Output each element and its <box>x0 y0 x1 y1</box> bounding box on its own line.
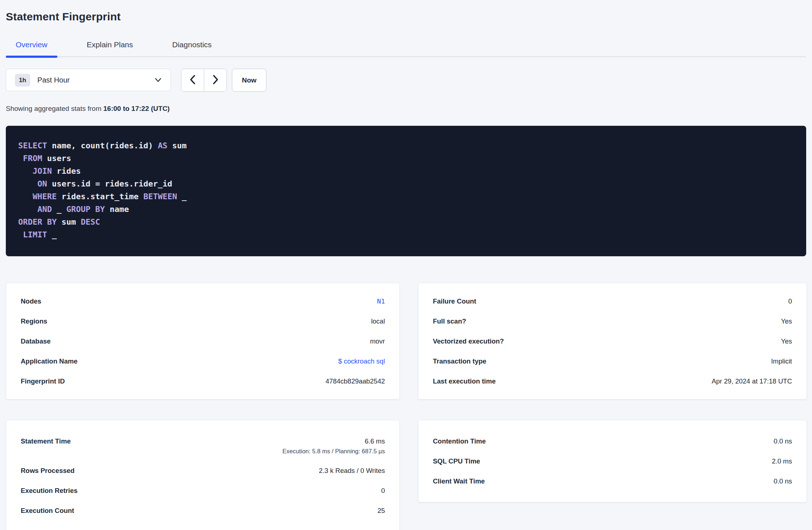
sql-keyword: ON <box>37 179 47 188</box>
card-row: Failure Count0 <box>433 291 792 311</box>
row-label: Client Wait Time <box>433 476 485 486</box>
row-value: 6.6 ms <box>365 437 385 445</box>
row-label: Contention Time <box>433 436 486 446</box>
sql-line: FROM users <box>18 152 794 165</box>
timing-stats-card: Contention Time0.0 nsSQL CPU Time2.0 msC… <box>418 420 807 502</box>
time-range-dropdown[interactable]: 1h Past Hour <box>6 69 171 91</box>
row-value: 25 <box>377 507 385 514</box>
row-value: 0.0 ns <box>774 477 792 485</box>
row-value: 4784cb829aab2542 <box>325 377 385 385</box>
sql-keyword: JOIN <box>33 166 52 176</box>
row-label: Application Name <box>21 356 77 366</box>
row-value: Implicit <box>771 357 792 365</box>
sql-statement-box: SELECT name, count(rides.id) AS sum FROM… <box>6 126 806 256</box>
tab-overview[interactable]: Overview <box>6 33 57 56</box>
row-value-link[interactable]: $ cockroach sql <box>338 357 385 365</box>
sql-line: SELECT name, count(rides.id) AS sum <box>18 139 794 152</box>
statement-stats-card: Statement Time6.6 msExecution: 5.8 ms / … <box>6 420 400 530</box>
time-nav-group <box>181 69 227 92</box>
sql-keyword: SELECT <box>18 141 47 150</box>
row-label: Last execution time <box>433 376 496 386</box>
card-row: Fingerprint ID4784cb829aab2542 <box>21 371 385 391</box>
card-row: NodesN1 <box>21 291 385 311</box>
card-row: Statement Time6.6 msExecution: 5.8 ms / … <box>21 431 385 461</box>
card-row: Execution Retries0 <box>21 481 385 501</box>
card-row: Contention Time0.0 ns <box>433 431 792 451</box>
summary-cards: NodesN1RegionslocalDatabasemovrApplicati… <box>6 283 806 530</box>
stats-caption: Showing aggregated stats from 16:00 to 1… <box>6 104 806 113</box>
sql-line: AND _ GROUP BY name <box>18 203 794 216</box>
row-label: Nodes <box>21 296 41 306</box>
page-title: Statement Fingerprint <box>6 10 806 23</box>
sql-line: WHERE rides.start_time BETWEEN _ <box>18 190 794 203</box>
sql-line: LIMIT _ <box>18 228 794 241</box>
row-value: Apr 29, 2024 at 17:18 UTC <box>712 377 792 385</box>
row-value: local <box>371 317 385 325</box>
card-row: Vectorized execution?Yes <box>433 331 792 351</box>
now-button[interactable]: Now <box>232 69 266 92</box>
sql-keyword: AND <box>37 205 52 214</box>
sql-keyword: WHERE <box>33 192 57 201</box>
row-label: Statement Time <box>21 436 71 446</box>
row-label: Rows Processed <box>21 466 75 476</box>
row-value: Yes <box>781 317 792 325</box>
row-label: Failure Count <box>433 296 476 306</box>
card-row: Last execution timeApr 29, 2024 at 17:18… <box>433 371 792 391</box>
tab-bar: OverviewExplain PlansDiagnostics <box>6 33 806 57</box>
tab-diagnostics[interactable]: Diagnostics <box>162 33 222 56</box>
prev-interval-button[interactable] <box>181 69 204 91</box>
card-row: Regionslocal <box>21 311 385 331</box>
sql-keyword: AS <box>158 141 168 150</box>
row-subvalue: Execution: 5.8 ms / Planning: 687.5 µs <box>282 446 385 456</box>
chevron-right-icon <box>212 75 219 86</box>
row-label: Transaction type <box>433 356 486 366</box>
card-row: Execution Count25 <box>21 501 385 521</box>
sql-line: ORDER BY sum DESC <box>18 216 794 228</box>
card-row: Application Name$ cockroach sql <box>21 351 385 371</box>
chevron-left-icon <box>189 75 196 86</box>
row-label: Execution Count <box>21 506 74 516</box>
tab-explain-plans[interactable]: Explain Plans <box>77 33 143 56</box>
next-interval-button[interactable] <box>204 69 226 91</box>
statement-details-card: NodesN1RegionslocalDatabasemovrApplicati… <box>6 283 400 399</box>
card-row: Client Wait Time0.0 ns <box>433 471 792 491</box>
sql-keyword: ORDER BY <box>18 217 57 226</box>
row-label: Execution Retries <box>21 486 77 496</box>
row-label: Fingerprint ID <box>21 376 65 386</box>
sql-keyword: LIMIT <box>23 230 47 239</box>
card-row: Transaction typeImplicit <box>433 351 792 371</box>
stats-caption-prefix: Showing aggregated stats from <box>6 105 103 112</box>
sql-keyword: DESC <box>81 217 100 226</box>
row-label: Regions <box>21 316 47 326</box>
time-range-label: Past Hour <box>37 76 154 84</box>
sql-keyword: BETWEEN <box>143 192 177 201</box>
sql-keyword: GROUP BY <box>66 205 105 214</box>
row-value: movr <box>370 337 385 345</box>
execution-attributes-card: Failure Count0Full scan?YesVectorized ex… <box>418 283 807 399</box>
card-row: Full scan?Yes <box>433 311 792 331</box>
card-row: SQL CPU Time2.0 ms <box>433 451 792 471</box>
row-value: 2.0 ms <box>772 457 792 465</box>
row-label: Vectorized execution? <box>433 336 504 346</box>
row-label: Full scan? <box>433 316 466 326</box>
row-value: 0 <box>788 297 792 305</box>
time-range-badge: 1h <box>15 74 30 87</box>
sql-line: ON users.id = rides.rider_id <box>18 177 794 190</box>
row-value: 0 <box>381 487 385 494</box>
chevron-down-icon <box>154 77 162 83</box>
row-value: 2.3 k Reads / 0 Writes <box>319 467 385 474</box>
time-picker-row: 1h Past Hour Now <box>6 69 806 91</box>
row-label: Database <box>21 336 51 346</box>
stats-caption-range: 16:00 to 17:22 (UTC) <box>103 105 170 112</box>
row-value: Yes <box>781 337 792 345</box>
row-value: 0.0 ns <box>774 437 792 445</box>
row-label: SQL CPU Time <box>433 456 480 466</box>
sql-line: JOIN rides <box>18 165 794 177</box>
card-row: Databasemovr <box>21 331 385 351</box>
card-row: Rows Processed2.3 k Reads / 0 Writes <box>21 461 385 481</box>
row-value-link[interactable]: N1 <box>377 297 385 305</box>
sql-keyword: FROM <box>23 154 42 163</box>
